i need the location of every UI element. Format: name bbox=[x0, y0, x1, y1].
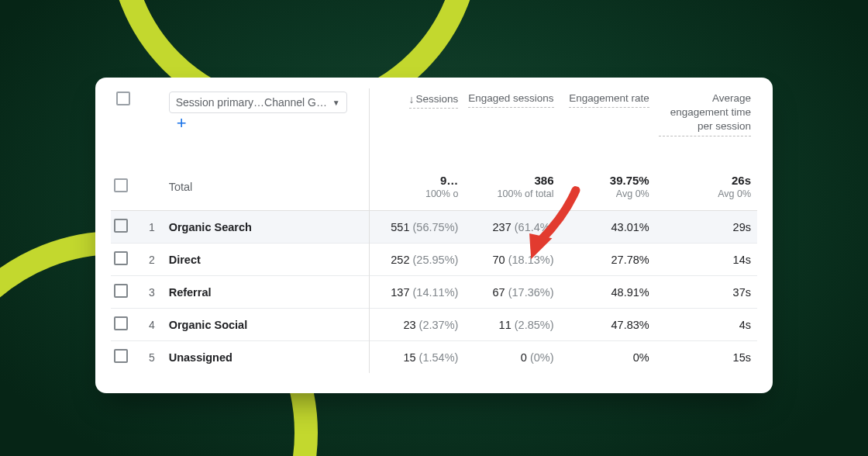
sort-desc-icon: ↓ bbox=[409, 93, 415, 105]
channel-table: Session primary…Channel Group) ▼ + ↓Sess… bbox=[111, 88, 757, 373]
row-avgtime: 29s bbox=[656, 211, 757, 244]
row-engaged-pct: (0%) bbox=[530, 351, 554, 364]
table-row[interactable]: 1Organic Search551 (56.75%)237 (61.4%)43… bbox=[111, 211, 757, 244]
table-row[interactable]: 2Direct252 (25.95%)70 (18.13%)27.78%14s bbox=[111, 244, 757, 276]
totals-engagement-sub: Avg 0% bbox=[563, 188, 649, 199]
row-engaged-pct: (61.4%) bbox=[515, 221, 554, 233]
row-sessions-pct: (14.11%) bbox=[413, 286, 459, 299]
dimension-picker[interactable]: Session primary…Channel Group) ▼ bbox=[169, 92, 347, 113]
row-sessions-value: 23 bbox=[403, 319, 415, 331]
totals-engagement-value: 39.75% bbox=[563, 174, 649, 187]
row-index: 2 bbox=[139, 244, 165, 276]
totals-avgtime-value: 26s bbox=[659, 174, 751, 187]
row-sessions-pct: (2.37%) bbox=[419, 319, 459, 331]
row-engagement: 47.83% bbox=[560, 309, 656, 341]
table-row[interactable]: 4Organic Social23 (2.37%)11 (2.85%)47.83… bbox=[111, 309, 757, 341]
row-engaged-pct: (18.13%) bbox=[508, 254, 554, 266]
row-sessions-value: 551 bbox=[391, 221, 409, 233]
row-checkbox[interactable] bbox=[114, 316, 128, 330]
row-checkbox[interactable] bbox=[114, 251, 128, 265]
totals-sessions-sub: 100% o bbox=[373, 188, 459, 199]
row-index: 4 bbox=[139, 309, 165, 341]
totals-avgtime-sub: Avg 0% bbox=[659, 188, 751, 199]
select-all-checkbox[interactable] bbox=[116, 92, 130, 105]
row-channel-name: Organic Social bbox=[166, 309, 370, 341]
row-total-checkbox[interactable] bbox=[114, 178, 128, 192]
totals-engaged-sub: 100% of total bbox=[467, 188, 553, 199]
row-channel-name: Organic Search bbox=[166, 211, 370, 244]
row-engaged-pct: (2.85%) bbox=[515, 319, 554, 331]
row-engagement: 0% bbox=[560, 341, 656, 374]
row-channel-name: Referral bbox=[166, 276, 370, 309]
col-engaged-label[interactable]: Engaged sessions bbox=[468, 92, 553, 108]
row-engaged-value: 70 bbox=[493, 254, 505, 266]
caret-down-icon: ▼ bbox=[332, 98, 340, 107]
row-avgtime: 4s bbox=[656, 309, 757, 341]
row-sessions-pct: (1.54%) bbox=[419, 351, 459, 364]
analytics-table-card: Session primary…Channel Group) ▼ + ↓Sess… bbox=[95, 78, 773, 393]
table-row[interactable]: 3Referral137 (14.11%)67 (17.36%)48.91%37… bbox=[111, 276, 757, 309]
row-sessions-value: 252 bbox=[391, 254, 409, 266]
row-avgtime: 14s bbox=[656, 244, 757, 276]
row-avgtime: 37s bbox=[656, 276, 757, 309]
row-engaged-value: 11 bbox=[499, 319, 512, 331]
row-engagement: 43.01% bbox=[560, 211, 656, 244]
totals-engaged-value: 386 bbox=[467, 174, 553, 187]
dimension-picker-label: Session primary…Channel Group) bbox=[176, 96, 328, 109]
row-checkbox[interactable] bbox=[114, 219, 128, 233]
totals-sessions-value: 9… bbox=[373, 174, 459, 187]
add-dimension-button[interactable]: + bbox=[177, 113, 187, 133]
row-engaged-value: 0 bbox=[521, 351, 527, 364]
row-avgtime: 15s bbox=[656, 341, 757, 374]
row-sessions-value: 137 bbox=[391, 286, 409, 299]
row-index: 5 bbox=[139, 341, 165, 374]
row-channel-name: Direct bbox=[166, 244, 370, 276]
row-channel-name: Unassigned bbox=[166, 341, 370, 374]
totals-label: Total bbox=[166, 163, 370, 211]
col-engagement-label[interactable]: Engagement rate bbox=[569, 92, 649, 108]
row-checkbox[interactable] bbox=[114, 284, 128, 298]
row-index: 1 bbox=[139, 211, 165, 244]
col-sessions-label[interactable]: Sessions bbox=[416, 93, 459, 105]
row-engagement: 48.91% bbox=[560, 276, 656, 309]
row-sessions-pct: (25.95%) bbox=[413, 254, 459, 266]
row-checkbox[interactable] bbox=[114, 349, 128, 363]
row-engaged-pct: (17.36%) bbox=[508, 286, 554, 299]
col-avgtime-label[interactable]: Average engagement time per session bbox=[659, 92, 751, 136]
row-engagement: 27.78% bbox=[560, 244, 656, 276]
row-sessions-value: 15 bbox=[403, 351, 415, 364]
table-row[interactable]: 5Unassigned15 (1.54%)0 (0%)0%15s bbox=[111, 341, 757, 374]
row-index: 3 bbox=[139, 276, 165, 309]
row-engaged-value: 67 bbox=[493, 286, 505, 299]
row-sessions-pct: (56.75%) bbox=[413, 221, 459, 233]
row-engaged-value: 237 bbox=[493, 221, 512, 233]
